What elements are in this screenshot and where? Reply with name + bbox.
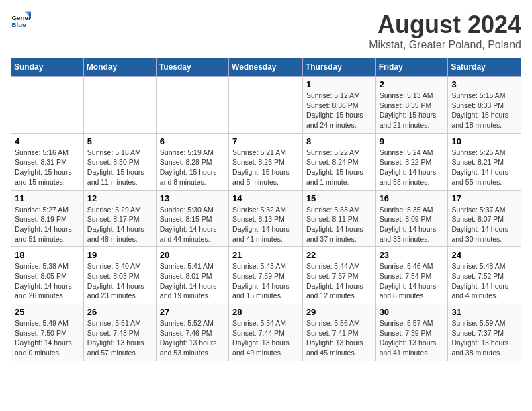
- day-info: Sunrise: 5:41 AMSunset: 8:01 PMDaylight:…: [160, 261, 225, 301]
- day-info: Sunrise: 5:33 AMSunset: 8:11 PMDaylight:…: [306, 205, 372, 244]
- day-info: Sunrise: 5:16 AMSunset: 8:31 PMDaylight:…: [15, 148, 80, 187]
- day-info: Sunrise: 5:35 AMSunset: 8:09 PMDaylight:…: [380, 205, 445, 244]
- day-of-week-header: Friday: [375, 58, 448, 77]
- calendar-day-cell: [83, 77, 156, 134]
- calendar-week-row: 1Sunrise: 5:12 AMSunset: 8:36 PMDaylight…: [11, 77, 521, 134]
- calendar-day-cell: 31Sunrise: 5:59 AMSunset: 7:37 PMDayligh…: [448, 304, 521, 361]
- day-number: 22: [306, 250, 372, 260]
- day-info: Sunrise: 5:21 AMSunset: 8:26 PMDaylight:…: [232, 148, 299, 187]
- page-header: General Blue August 2024 Mikstat, Greate…: [11, 11, 521, 51]
- calendar-day-cell: 14Sunrise: 5:32 AMSunset: 8:13 PMDayligh…: [229, 190, 303, 247]
- svg-text:Blue: Blue: [12, 21, 27, 28]
- calendar-day-cell: 16Sunrise: 5:35 AMSunset: 8:09 PMDayligh…: [375, 190, 448, 247]
- day-info: Sunrise: 5:30 AMSunset: 8:15 PMDaylight:…: [160, 205, 225, 244]
- day-info: Sunrise: 5:15 AMSunset: 8:33 PMDaylight:…: [451, 91, 517, 130]
- calendar-day-cell: 23Sunrise: 5:46 AMSunset: 7:54 PMDayligh…: [375, 247, 448, 304]
- calendar-day-cell: 19Sunrise: 5:40 AMSunset: 8:03 PMDayligh…: [83, 247, 156, 304]
- day-number: 24: [451, 250, 517, 260]
- day-info: Sunrise: 5:46 AMSunset: 7:54 PMDaylight:…: [380, 261, 445, 301]
- day-info: Sunrise: 5:29 AMSunset: 8:17 PMDaylight:…: [87, 205, 152, 244]
- day-info: Sunrise: 5:51 AMSunset: 7:48 PMDaylight:…: [87, 318, 152, 358]
- day-info: Sunrise: 5:12 AMSunset: 8:36 PMDaylight:…: [306, 91, 372, 130]
- day-info: Sunrise: 5:43 AMSunset: 7:59 PMDaylight:…: [232, 261, 299, 301]
- calendar-day-cell: 15Sunrise: 5:33 AMSunset: 8:11 PMDayligh…: [302, 190, 375, 247]
- day-info: Sunrise: 5:27 AMSunset: 8:19 PMDaylight:…: [15, 205, 80, 244]
- calendar-day-cell: 10Sunrise: 5:25 AMSunset: 8:21 PMDayligh…: [448, 133, 521, 190]
- calendar-day-cell: 2Sunrise: 5:13 AMSunset: 8:35 PMDaylight…: [375, 77, 448, 134]
- day-number: 16: [380, 193, 445, 203]
- logo-icon: General Blue: [11, 11, 31, 31]
- day-number: 25: [15, 307, 80, 317]
- day-info: Sunrise: 5:54 AMSunset: 7:44 PMDaylight:…: [232, 318, 299, 358]
- day-info: Sunrise: 5:13 AMSunset: 8:35 PMDaylight:…: [380, 91, 445, 130]
- day-info: Sunrise: 5:22 AMSunset: 8:24 PMDaylight:…: [306, 148, 372, 187]
- day-number: 12: [87, 193, 152, 203]
- day-number: 7: [232, 136, 299, 146]
- calendar-day-cell: 17Sunrise: 5:37 AMSunset: 8:07 PMDayligh…: [448, 190, 521, 247]
- calendar-day-cell: 11Sunrise: 5:27 AMSunset: 8:19 PMDayligh…: [11, 190, 84, 247]
- calendar-day-cell: 27Sunrise: 5:52 AMSunset: 7:46 PMDayligh…: [156, 304, 228, 361]
- day-info: Sunrise: 5:44 AMSunset: 7:57 PMDaylight:…: [306, 261, 372, 301]
- day-number: 13: [160, 193, 225, 203]
- calendar-day-cell: 5Sunrise: 5:18 AMSunset: 8:30 PMDaylight…: [83, 133, 156, 190]
- day-of-week-header: Saturday: [448, 58, 521, 77]
- day-info: Sunrise: 5:59 AMSunset: 7:37 PMDaylight:…: [451, 318, 517, 358]
- day-number: 9: [380, 136, 445, 146]
- calendar-day-cell: 20Sunrise: 5:41 AMSunset: 8:01 PMDayligh…: [156, 247, 228, 304]
- calendar-day-cell: 26Sunrise: 5:51 AMSunset: 7:48 PMDayligh…: [83, 304, 156, 361]
- day-info: Sunrise: 5:57 AMSunset: 7:39 PMDaylight:…: [380, 318, 445, 358]
- day-info: Sunrise: 5:52 AMSunset: 7:46 PMDaylight:…: [160, 318, 225, 358]
- day-number: 1: [306, 79, 372, 89]
- day-number: 14: [232, 193, 299, 203]
- calendar-day-cell: 13Sunrise: 5:30 AMSunset: 8:15 PMDayligh…: [156, 190, 228, 247]
- day-number: 30: [380, 307, 445, 317]
- day-number: 28: [232, 307, 299, 317]
- calendar-day-cell: 21Sunrise: 5:43 AMSunset: 7:59 PMDayligh…: [229, 247, 303, 304]
- calendar-day-cell: 28Sunrise: 5:54 AMSunset: 7:44 PMDayligh…: [229, 304, 303, 361]
- calendar-day-cell: 18Sunrise: 5:38 AMSunset: 8:05 PMDayligh…: [11, 247, 84, 304]
- title-block: August 2024 Mikstat, Greater Poland, Pol…: [369, 11, 521, 51]
- day-number: 26: [87, 307, 152, 317]
- calendar-day-cell: 30Sunrise: 5:57 AMSunset: 7:39 PMDayligh…: [375, 304, 448, 361]
- calendar-day-cell: 4Sunrise: 5:16 AMSunset: 8:31 PMDaylight…: [11, 133, 84, 190]
- day-number: 31: [451, 307, 517, 317]
- day-of-week-header: Thursday: [302, 58, 375, 77]
- day-of-week-header: Sunday: [11, 58, 84, 77]
- day-number: 6: [160, 136, 225, 146]
- day-info: Sunrise: 5:24 AMSunset: 8:22 PMDaylight:…: [380, 148, 445, 187]
- day-number: 4: [15, 136, 80, 146]
- calendar-day-cell: 3Sunrise: 5:15 AMSunset: 8:33 PMDaylight…: [448, 77, 521, 134]
- day-info: Sunrise: 5:48 AMSunset: 7:52 PMDaylight:…: [451, 261, 517, 301]
- calendar-week-row: 25Sunrise: 5:49 AMSunset: 7:50 PMDayligh…: [11, 304, 521, 361]
- main-title: August 2024: [369, 11, 521, 39]
- day-of-week-header: Wednesday: [229, 58, 303, 77]
- day-info: Sunrise: 5:25 AMSunset: 8:21 PMDaylight:…: [451, 148, 517, 187]
- calendar-day-cell: 22Sunrise: 5:44 AMSunset: 7:57 PMDayligh…: [302, 247, 375, 304]
- calendar-day-cell: 7Sunrise: 5:21 AMSunset: 8:26 PMDaylight…: [229, 133, 303, 190]
- calendar-day-cell: 9Sunrise: 5:24 AMSunset: 8:22 PMDaylight…: [375, 133, 448, 190]
- calendar-day-cell: [11, 77, 84, 134]
- day-number: 15: [306, 193, 372, 203]
- day-info: Sunrise: 5:18 AMSunset: 8:30 PMDaylight:…: [87, 148, 152, 187]
- day-number: 27: [160, 307, 225, 317]
- calendar-day-cell: 12Sunrise: 5:29 AMSunset: 8:17 PMDayligh…: [83, 190, 156, 247]
- day-number: 29: [306, 307, 372, 317]
- calendar-day-cell: [229, 77, 303, 134]
- day-info: Sunrise: 5:19 AMSunset: 8:28 PMDaylight:…: [160, 148, 225, 187]
- day-info: Sunrise: 5:56 AMSunset: 7:41 PMDaylight:…: [306, 318, 372, 358]
- day-info: Sunrise: 5:32 AMSunset: 8:13 PMDaylight:…: [232, 205, 299, 244]
- calendar-day-cell: 24Sunrise: 5:48 AMSunset: 7:52 PMDayligh…: [448, 247, 521, 304]
- calendar-day-cell: 8Sunrise: 5:22 AMSunset: 8:24 PMDaylight…: [302, 133, 375, 190]
- logo: General Blue: [11, 11, 31, 31]
- calendar-header-row: SundayMondayTuesdayWednesdayThursdayFrid…: [11, 58, 521, 77]
- day-number: 18: [15, 250, 80, 260]
- calendar-day-cell: [156, 77, 228, 134]
- day-number: 2: [380, 79, 445, 89]
- day-of-week-header: Tuesday: [156, 58, 228, 77]
- day-number: 8: [306, 136, 372, 146]
- day-number: 21: [232, 250, 299, 260]
- calendar-week-row: 4Sunrise: 5:16 AMSunset: 8:31 PMDaylight…: [11, 133, 521, 190]
- day-number: 5: [87, 136, 152, 146]
- calendar-day-cell: 6Sunrise: 5:19 AMSunset: 8:28 PMDaylight…: [156, 133, 228, 190]
- day-info: Sunrise: 5:37 AMSunset: 8:07 PMDaylight:…: [451, 205, 517, 244]
